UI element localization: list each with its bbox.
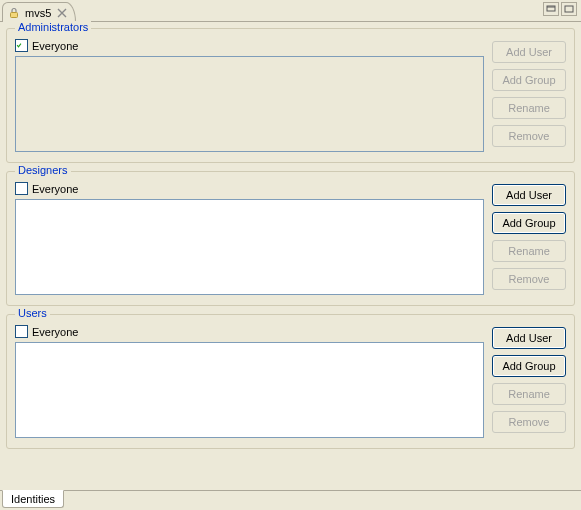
remove-button-designers[interactable]: Remove <box>492 268 566 290</box>
add-user-button-users[interactable]: Add User <box>492 327 566 349</box>
lock-icon <box>7 6 21 20</box>
add-group-button-designers[interactable]: Add Group <box>492 212 566 234</box>
add-user-button-designers[interactable]: Add User <box>492 184 566 206</box>
everyone-label-administrators: Everyone <box>32 40 78 52</box>
listbox-users[interactable] <box>15 342 484 438</box>
group-legend-administrators: Administrators <box>15 21 91 33</box>
editor-tab-bar: mvs5 <box>0 0 581 22</box>
add-group-button-administrators[interactable]: Add Group <box>492 69 566 91</box>
everyone-label-users: Everyone <box>32 326 78 338</box>
minimize-view-icon[interactable] <box>543 2 559 16</box>
add-user-button-administrators[interactable]: Add User <box>492 41 566 63</box>
group-administrators: Administrators Everyone Add User Add Gro… <box>6 28 575 163</box>
everyone-checkbox-designers[interactable] <box>15 182 28 195</box>
editor-content: Administrators Everyone Add User Add Gro… <box>0 22 581 459</box>
remove-button-administrators[interactable]: Remove <box>492 125 566 147</box>
rename-button-designers[interactable]: Rename <box>492 240 566 262</box>
group-legend-users: Users <box>15 307 50 319</box>
listbox-designers[interactable] <box>15 199 484 295</box>
bottom-tab-bar: Identities <box>0 490 581 510</box>
rename-button-users[interactable]: Rename <box>492 383 566 405</box>
group-designers: Designers Everyone Add User Add Group Re… <box>6 171 575 306</box>
everyone-checkbox-administrators[interactable] <box>15 39 28 52</box>
svg-rect-3 <box>565 6 573 12</box>
rename-button-administrators[interactable]: Rename <box>492 97 566 119</box>
add-group-button-users[interactable]: Add Group <box>492 355 566 377</box>
editor-tab-mvs5[interactable]: mvs5 <box>2 2 76 22</box>
everyone-label-designers: Everyone <box>32 183 78 195</box>
remove-button-users[interactable]: Remove <box>492 411 566 433</box>
listbox-administrators[interactable] <box>15 56 484 152</box>
svg-rect-0 <box>11 12 18 17</box>
view-controls <box>543 2 577 16</box>
everyone-checkbox-users[interactable] <box>15 325 28 338</box>
group-users: Users Everyone Add User Add Group Rename… <box>6 314 575 449</box>
maximize-view-icon[interactable] <box>561 2 577 16</box>
tab-identities[interactable]: Identities <box>2 490 64 508</box>
close-icon[interactable] <box>55 6 69 20</box>
editor-tab-title: mvs5 <box>25 7 51 19</box>
group-legend-designers: Designers <box>15 164 71 176</box>
